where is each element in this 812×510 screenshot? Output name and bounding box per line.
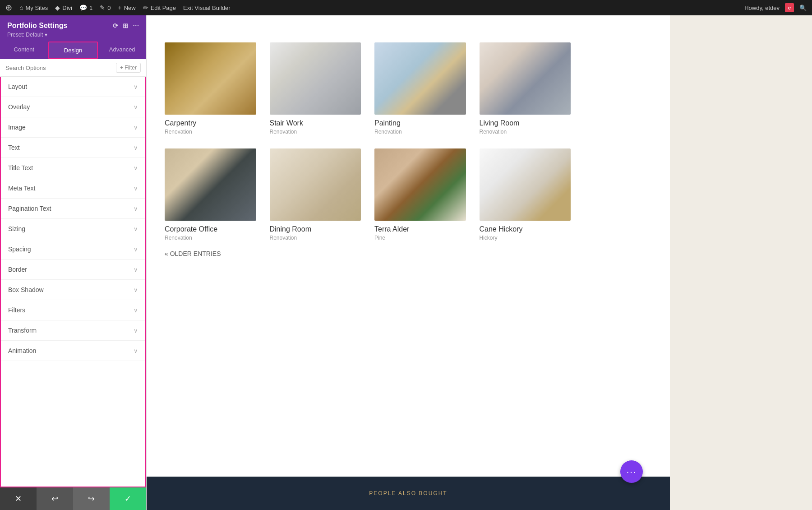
portfolio-item-diningroom[interactable]: Dining Room Renovation — [270, 148, 361, 241]
save-button[interactable]: ✓ — [110, 487, 146, 510]
portfolio-img-diningroom — [270, 148, 361, 221]
chevron-icon: ∨ — [134, 83, 138, 90]
portfolio-meta-canehickory: Hickory — [480, 235, 571, 241]
sidebar-title: Portfolio Settings ⟳ ⊞ ⋯ — [7, 22, 139, 30]
chevron-icon: ∨ — [134, 124, 138, 131]
option-transform[interactable]: Transform ∨ — [1, 320, 145, 341]
portfolio-img-stairwork — [270, 42, 361, 115]
option-pagination-text[interactable]: Pagination Text ∨ — [1, 199, 145, 219]
portfolio-img-painting — [374, 42, 466, 115]
sidebar-preset[interactable]: Preset: Default ▾ — [7, 32, 139, 38]
tab-content[interactable]: Content — [0, 42, 48, 59]
more-options-icon[interactable]: ⋯ — [133, 22, 139, 29]
filter-button[interactable]: + Filter — [116, 63, 141, 73]
admin-bar-new-label: New — [124, 5, 136, 11]
cancel-icon: ✕ — [15, 494, 22, 504]
option-sizing-label: Sizing — [8, 225, 25, 232]
tab-advanced-label: Advanced — [109, 46, 135, 53]
chevron-icon: ∨ — [134, 327, 138, 334]
divi-icon: ◆ — [55, 4, 60, 11]
portfolio-title-canehickory: Cane Hickory — [480, 225, 571, 233]
wp-logo-icon[interactable]: ⊕ — [5, 3, 12, 13]
redo-button[interactable]: ↪ — [73, 487, 110, 510]
option-animation[interactable]: Animation ∨ — [1, 341, 145, 361]
admin-bar-exit-vb[interactable]: Exit Visual Builder — [183, 5, 231, 11]
fab-button[interactable]: ··· — [620, 460, 643, 483]
option-image-label: Image — [8, 124, 26, 131]
option-filters[interactable]: Filters ∨ — [1, 300, 145, 320]
admin-bar-editpage[interactable]: ✏ Edit Page — [143, 4, 176, 11]
admin-bar-drafts[interactable]: ✎ 0 — [100, 4, 111, 11]
option-border[interactable]: Border ∨ — [1, 260, 145, 280]
option-transform-label: Transform — [8, 327, 37, 334]
option-sizing[interactable]: Sizing ∨ — [1, 219, 145, 239]
option-box-shadow[interactable]: Box Shadow ∨ — [1, 280, 145, 300]
older-entries-label: « OLDER ENTRIES — [165, 250, 221, 257]
cancel-button[interactable]: ✕ — [0, 487, 37, 510]
sidebar-search-bar: + Filter — [0, 59, 146, 77]
option-title-text[interactable]: Title Text ∨ — [1, 158, 145, 178]
admin-bar-exit-vb-label: Exit Visual Builder — [183, 5, 231, 11]
admin-bar-divi[interactable]: ◆ Divi — [55, 4, 72, 11]
portfolio-item-livingroom[interactable]: Living Room Renovation — [480, 42, 571, 135]
option-filters-label: Filters — [8, 306, 25, 314]
main-content: Carpentry Renovation Stair Work Renovati… — [147, 15, 670, 510]
portfolio-item-canehickory[interactable]: Cane Hickory Hickory — [480, 148, 571, 241]
tab-design[interactable]: Design — [48, 42, 98, 59]
chevron-down-icon: ▾ — [45, 32, 47, 38]
admin-bar-drafts-count: 0 — [107, 5, 111, 11]
chevron-icon: ∨ — [134, 287, 138, 293]
portfolio-meta-livingroom: Renovation — [480, 129, 571, 135]
portfolio-meta-stairwork: Renovation — [270, 129, 361, 135]
sidebar-tabs: Content Design Advanced — [0, 42, 146, 59]
sync-icon[interactable]: ⟳ — [113, 22, 118, 29]
option-meta-text[interactable]: Meta Text ∨ — [1, 178, 145, 199]
admin-avatar: e — [785, 3, 794, 12]
portfolio-title-diningroom: Dining Room — [270, 225, 361, 233]
option-text[interactable]: Text ∨ — [1, 138, 145, 158]
redo-icon: ↪ — [88, 494, 95, 504]
draft-icon: ✎ — [100, 4, 105, 11]
older-entries-link[interactable]: « OLDER ENTRIES — [165, 250, 652, 257]
chevron-icon: ∨ — [134, 266, 138, 273]
portfolio-item-stairwork[interactable]: Stair Work Renovation — [270, 42, 361, 135]
comment-icon: 💬 — [79, 4, 87, 11]
undo-icon: ↩ — [51, 494, 58, 504]
admin-bar-mysites[interactable]: ⌂ My Sites — [19, 4, 48, 11]
portfolio-item-carpentry[interactable]: Carpentry Renovation — [165, 42, 256, 135]
option-pagination-text-label: Pagination Text — [8, 205, 51, 212]
option-overlay[interactable]: Overlay ∨ — [1, 97, 145, 117]
tab-design-label: Design — [64, 47, 82, 54]
admin-bar-comments[interactable]: 💬 1 — [79, 4, 92, 11]
option-box-shadow-label: Box Shadow — [8, 286, 44, 293]
admin-bar-editpage-label: Edit Page — [151, 5, 176, 11]
portfolio-item-corporate[interactable]: Corporate Office Renovation — [165, 148, 256, 241]
option-layout[interactable]: Layout ∨ — [1, 77, 145, 97]
chevron-icon: ∨ — [134, 307, 138, 314]
undo-button[interactable]: ↩ — [37, 487, 73, 510]
admin-bar-howdy: Howdy, etdev — [744, 5, 780, 11]
sidebar-title-text: Portfolio Settings — [7, 22, 67, 30]
option-overlay-label: Overlay — [8, 103, 30, 111]
sidebar-title-icons: ⟳ ⊞ ⋯ — [113, 22, 139, 29]
layout-icon[interactable]: ⊞ — [123, 22, 128, 29]
search-icon[interactable]: 🔍 — [799, 5, 807, 11]
option-image[interactable]: Image ∨ — [1, 117, 145, 138]
sidebar-options-list: Layout ∨ Overlay ∨ Image ∨ Text ∨ Title … — [0, 77, 146, 487]
portfolio-title-carpentry: Carpentry — [165, 119, 256, 127]
search-options-input[interactable] — [5, 65, 112, 71]
admin-bar-mysites-label: My Sites — [25, 5, 48, 11]
portfolio-title-stairwork: Stair Work — [270, 119, 361, 127]
portfolio-item-painting[interactable]: Painting Renovation — [374, 42, 466, 135]
option-spacing[interactable]: Spacing ∨ — [1, 239, 145, 260]
portfolio-grid: Carpentry Renovation Stair Work Renovati… — [165, 42, 571, 241]
portfolio-item-terraalder[interactable]: Terra Alder Pine — [374, 148, 466, 241]
admin-bar-new[interactable]: + New — [118, 4, 135, 11]
portfolio-area: Carpentry Renovation Stair Work Renovati… — [147, 15, 670, 477]
tab-advanced[interactable]: Advanced — [98, 42, 146, 59]
portfolio-title-livingroom: Living Room — [480, 119, 571, 127]
portfolio-meta-carpentry: Renovation — [165, 129, 256, 135]
sidebar-bottom-bar: ✕ ↩ ↪ ✓ — [0, 487, 146, 510]
home-icon: ⌂ — [19, 4, 23, 11]
option-border-label: Border — [8, 266, 27, 273]
